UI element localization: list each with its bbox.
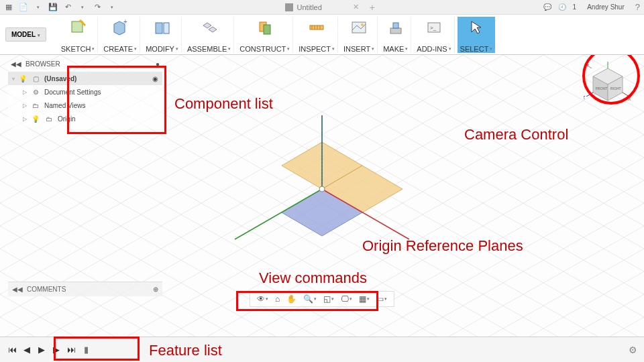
modify-icon — [153, 18, 172, 37]
svg-rect-2 — [156, 23, 162, 34]
orbit-icon[interactable]: 👁▾ — [257, 294, 268, 304]
group-label: ASSEMBLE — [187, 45, 227, 53]
item-label: Named Views — [44, 102, 86, 109]
timeline-controls: ⏮ ◀ ▶ ▶ ⏭ ▮ — [7, 345, 91, 355]
close-tab-icon[interactable]: ✕ — [353, 3, 359, 11]
timeline-marker-icon[interactable]: ▮ — [80, 345, 91, 355]
ribbon-toolbar: MODEL ▾ SKETCH▾ + CREATE▾ MODIFY▾ ASSEMB… — [0, 15, 644, 55]
ribbon-group-assemble[interactable]: ASSEMBLE▾ — [184, 17, 234, 53]
user-name[interactable]: Andrey Shur — [587, 3, 625, 11]
ribbon-group-create[interactable]: + CREATE▾ — [101, 17, 140, 53]
clock-icon[interactable]: 🕘 — [558, 3, 566, 11]
ribbon-group-sketch[interactable]: SKETCH▾ — [58, 17, 99, 53]
tree-root-row[interactable]: ▿ 💡 ▢ (Unsaved) ◉ — [8, 72, 162, 85]
notification-count: 1 — [573, 3, 577, 11]
assemble-icon — [200, 18, 219, 37]
collapse-icon[interactable]: ◀◀ — [12, 286, 23, 293]
undo-chevron-icon[interactable]: ▾ — [78, 3, 87, 12]
timeline-play-icon[interactable]: ▶ — [36, 345, 47, 355]
viewport-canvas[interactable]: ◀◀ BROWSER ● ▿ 💡 ▢ (Unsaved) ◉ ▷ ⚙ Docum… — [0, 55, 644, 337]
save-icon[interactable]: 💾 — [48, 3, 58, 12]
redo-chevron-icon[interactable]: ▾ — [107, 3, 117, 12]
component-cube-icon: ▢ — [31, 74, 40, 83]
group-label: SKETCH — [61, 45, 91, 53]
group-label: CONSTRUCT — [239, 45, 286, 53]
ribbon-group-select[interactable]: SELECT▾ — [458, 17, 496, 53]
insert-icon — [350, 18, 368, 37]
document-cube-icon — [285, 3, 293, 11]
pan-icon[interactable]: ✋ — [286, 294, 297, 304]
browser-title: BROWSER — [25, 60, 60, 68]
viewcube-right-label: RIGHT — [610, 86, 621, 90]
gear-icon: ⚙ — [31, 87, 40, 97]
browser-tree: ▿ 💡 ▢ (Unsaved) ◉ ▷ ⚙ Document Settings … — [8, 69, 162, 128]
timeline-back-icon[interactable]: ◀ — [21, 345, 32, 355]
addins-icon: >_ — [425, 18, 443, 37]
expand-icon[interactable]: ▷ — [23, 116, 27, 122]
group-label: MAKE — [383, 45, 404, 53]
comments-bar: ◀◀ COMMENTS ⊕ — [8, 282, 162, 296]
new-file-icon[interactable]: 📄 — [19, 3, 28, 12]
add-tab-icon[interactable]: + — [370, 2, 375, 13]
root-radio-icon[interactable]: ◉ — [152, 75, 158, 82]
new-file-chevron-icon[interactable]: ▾ — [34, 3, 43, 12]
chevron-down-icon: ▾ — [38, 33, 40, 38]
group-label: INSPECT — [299, 45, 331, 53]
svg-text:>_: >_ — [430, 25, 437, 31]
svg-line-33 — [586, 93, 593, 97]
tree-row-origin[interactable]: ▷ 💡 🗀 Origin — [8, 112, 162, 125]
svg-point-25 — [319, 186, 325, 192]
display-style-icon[interactable]: 🖵▾ — [341, 294, 352, 304]
ribbon-group-insert[interactable]: INSERT▾ — [341, 17, 378, 53]
ribbon-group-make[interactable]: MAKE▾ — [380, 17, 411, 53]
expand-icon[interactable]: ▷ — [23, 103, 27, 109]
redo-icon[interactable]: ↷ — [93, 3, 102, 12]
timeline-forward-icon[interactable]: ▶ — [51, 345, 62, 355]
view-toolbar: 👁▾ ⌂ ✋ 🔍▾ ◱▾ 🖵▾ ▦▾ ▭▾ — [250, 291, 394, 307]
comments-icon[interactable]: 💬 — [543, 3, 551, 11]
browser-options-icon[interactable]: ● — [156, 60, 160, 68]
timeline-bar: ⏮ ◀ ▶ ▶ ⏭ ▮ ⚙ — [0, 337, 644, 362]
document-title: Untitled — [297, 3, 322, 11]
tree-row-named-views[interactable]: ▷ 🗀 Named Views — [8, 99, 162, 112]
root-label: (Unsaved) — [44, 75, 76, 82]
grid-settings-icon[interactable]: ▦▾ — [359, 294, 370, 304]
svg-rect-5 — [264, 25, 270, 34]
viewport-icon[interactable]: ▭▾ — [376, 294, 387, 304]
bulb-icon[interactable]: 💡 — [31, 114, 40, 123]
timeline-start-icon[interactable]: ⏮ — [7, 345, 17, 355]
svg-point-12 — [361, 23, 364, 26]
timeline-settings-icon[interactable]: ⚙ — [629, 345, 637, 355]
tree-row-document-settings[interactable]: ▷ ⚙ Document Settings — [8, 85, 162, 99]
collapse-icon[interactable]: ◀◀ — [11, 60, 21, 68]
folder-icon: 🗀 — [44, 114, 54, 123]
group-label: INSERT — [343, 45, 370, 53]
item-label: Origin — [58, 115, 76, 123]
svg-text:+: + — [123, 19, 127, 25]
viewcube-front-label: FRONT — [596, 86, 607, 90]
look-at-icon[interactable]: ⌂ — [275, 294, 280, 304]
ribbon-group-addins[interactable]: >_ ADD-INS▾ — [414, 17, 454, 53]
group-label: ADD-INS — [417, 45, 447, 53]
sketch-icon — [68, 18, 87, 37]
svg-text:X: X — [628, 97, 631, 101]
ribbon-group-construct[interactable]: CONSTRUCT▾ — [237, 17, 293, 53]
folder-icon: 🗀 — [31, 101, 40, 110]
ribbon-group-modify[interactable]: MODIFY▾ — [143, 17, 182, 53]
undo-icon[interactable]: ↶ — [63, 3, 72, 12]
timeline-end-icon[interactable]: ⏭ — [66, 345, 76, 355]
workspace-model-button[interactable]: MODEL ▾ — [5, 27, 46, 42]
apps-grid-icon[interactable]: ▦ — [4, 3, 13, 12]
help-icon[interactable]: ? — [635, 2, 640, 12]
fit-icon[interactable]: ◱▾ — [323, 294, 334, 304]
expand-icon[interactable]: ▿ — [12, 76, 15, 82]
add-comment-icon[interactable]: ⊕ — [153, 286, 158, 293]
ribbon-group-inspect[interactable]: INSPECT▾ — [296, 17, 338, 53]
bulb-icon[interactable]: 💡 — [19, 75, 27, 82]
browser-panel: ◀◀ BROWSER ● ▿ 💡 ▢ (Unsaved) ◉ ▷ ⚙ Docum… — [8, 59, 162, 128]
group-label: CREATE — [103, 45, 133, 53]
zoom-icon[interactable]: 🔍▾ — [303, 294, 317, 304]
view-cube[interactable]: FRONT RIGHT Y X Z — [584, 62, 631, 109]
expand-icon[interactable]: ▷ — [23, 89, 27, 95]
select-icon — [467, 18, 486, 37]
